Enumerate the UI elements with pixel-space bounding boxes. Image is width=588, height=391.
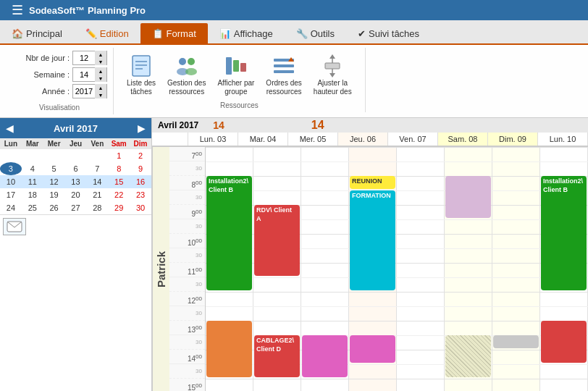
nbr-jour-input[interactable]: [73, 51, 95, 64]
cal-day-4-4[interactable]: 28: [86, 201, 108, 214]
event-5[interactable]: Installation2\ Client B: [541, 176, 587, 290]
semaine-up[interactable]: ▲: [95, 67, 106, 75]
cal-day-0-0[interactable]: [0, 149, 22, 162]
event-0[interactable]: Installation2\ Client B: [206, 176, 252, 290]
semaine-down[interactable]: ▼: [95, 75, 106, 82]
ajuster-hauteur-button[interactable]: Ajuster lahauteur des: [309, 51, 356, 98]
cal-day-3-6[interactable]: 23: [130, 188, 151, 201]
cal-day-1-3[interactable]: 6: [65, 162, 87, 175]
tab-principal[interactable]: 🏠 Principal: [0, 23, 74, 43]
ordres-ressources-button[interactable]: Ordres desressources: [261, 51, 306, 98]
outils-icon: 🔧: [296, 28, 308, 39]
event-10[interactable]: [445, 335, 491, 377]
event-6[interactable]: [206, 321, 252, 377]
svg-rect-9: [233, 60, 239, 72]
cal-day-3-4[interactable]: 21: [86, 188, 108, 201]
nbr-jour-down[interactable]: ▼: [95, 58, 106, 65]
cal-header: Lun Mar Mer Jeu Ven Sam Dim: [0, 138, 151, 149]
annee-spinner[interactable]: ▲ ▼: [72, 84, 107, 98]
cal-day-4-3[interactable]: 27: [65, 201, 87, 214]
day-0-label: Lun. 03: [200, 135, 227, 143]
svg-rect-12: [274, 64, 294, 67]
afficher-groupe-button[interactable]: Afficher pargroupe: [213, 51, 259, 98]
cal-day-1-4[interactable]: 7: [86, 162, 108, 175]
cal-day-0-4[interactable]: [86, 149, 108, 162]
time-slot-14-30: 30: [169, 364, 205, 379]
prev-month-button[interactable]: ◀: [3, 121, 17, 135]
event-7[interactable]: CABLAGE2\ Client D: [254, 335, 300, 377]
cal-day-4-2[interactable]: 26: [43, 201, 65, 214]
cal-day-4-5[interactable]: 29: [108, 201, 130, 214]
annee-input[interactable]: [73, 85, 95, 98]
cal-day-2-0[interactable]: 10: [0, 175, 22, 188]
cal-day-1-1[interactable]: 4: [22, 162, 43, 175]
cal-day-0-3[interactable]: [65, 149, 87, 162]
cal-day-0-2[interactable]: [43, 149, 65, 162]
event-1[interactable]: RDV\ Client A: [254, 205, 300, 276]
ordres-ressources-label: Ordres desressources: [266, 79, 301, 96]
event-11[interactable]: [493, 335, 539, 348]
cal-day-3-5[interactable]: 22: [108, 188, 130, 201]
semaine-input[interactable]: [73, 68, 95, 81]
svg-rect-10: [240, 63, 246, 72]
hamburger-button[interactable]: ☰: [6, 2, 29, 18]
event-12[interactable]: [541, 321, 587, 363]
annee-down[interactable]: ▼: [95, 91, 106, 98]
day-header-5: Sam. 08: [438, 133, 488, 146]
cal-day-4-6[interactable]: 30: [130, 201, 151, 214]
nbr-jour-up[interactable]: ▲: [95, 51, 106, 58]
nbr-jour-spinner[interactable]: ▲ ▼: [72, 51, 107, 65]
time-slot-11-00: 1100: [169, 263, 205, 277]
schedule-header: Avril 2017 14 14 Lun. 03 Mar. 04 Mer. 05…: [152, 118, 588, 147]
suivitaches-icon: ✔: [358, 28, 366, 39]
cal-day-0-5[interactable]: 1: [108, 149, 130, 162]
cal-day-2-3[interactable]: 13: [65, 175, 87, 188]
cal-day-3-1[interactable]: 18: [22, 188, 43, 201]
edition-icon: ✏️: [85, 28, 97, 39]
titlebar: ☰ SodeaSoft™ Planning Pro: [0, 0, 588, 20]
cal-header-sam: Sam: [108, 138, 130, 149]
cal-day-3-0[interactable]: 17: [0, 188, 22, 201]
cal-day-4-0[interactable]: 24: [0, 201, 22, 214]
event-4[interactable]: [445, 176, 491, 218]
tab-edition[interactable]: ✏️ Edition: [74, 23, 140, 43]
gestion-ressources-button[interactable]: Gestion desressources: [163, 51, 210, 98]
event-2[interactable]: REUNION: [350, 176, 395, 189]
cal-day-2-2[interactable]: 12: [43, 175, 65, 188]
svg-marker-19: [329, 73, 335, 77]
tab-affichage[interactable]: 📊 Affichage: [208, 23, 285, 43]
cal-day-1-2[interactable]: 5: [43, 162, 65, 175]
cal-day-2-5[interactable]: 15: [108, 175, 130, 188]
mini-calendar-nav: ◀ Avril 2017 ▶: [0, 118, 151, 138]
cal-day-3-2[interactable]: 19: [43, 188, 65, 201]
semaine-spinner[interactable]: ▲ ▼: [72, 67, 107, 82]
event-9[interactable]: [350, 335, 395, 363]
time-slot-8-30: 30: [169, 190, 205, 205]
cal-day-1-6[interactable]: 9: [130, 162, 151, 175]
tab-suivitaches[interactable]: ✔ Suivi tâches: [346, 23, 431, 43]
cal-header-mar: Mar: [22, 138, 43, 149]
liste-taches-button[interactable]: Liste destâches: [122, 51, 160, 98]
cal-day-1-0[interactable]: 3: [0, 162, 22, 175]
event-3[interactable]: FORMATION: [350, 190, 395, 290]
cal-day-0-6[interactable]: 2: [130, 149, 151, 162]
app-title: SodeaSoft™ Planning Pro: [29, 5, 146, 16]
tab-outils[interactable]: 🔧 Outils: [285, 23, 346, 43]
event-8[interactable]: [302, 335, 348, 377]
annee-up[interactable]: ▲: [95, 84, 106, 91]
svg-marker-18: [329, 54, 335, 59]
cal-day-1-5[interactable]: 8: [108, 162, 130, 175]
tab-format[interactable]: 📋 Format: [140, 23, 208, 43]
cal-day-3-3[interactable]: 20: [65, 188, 87, 201]
svg-rect-13: [274, 70, 294, 73]
visualisation-label: Visualisation: [12, 104, 107, 112]
next-month-button[interactable]: ▶: [135, 121, 148, 135]
time-slot-15-00: 1500: [169, 379, 205, 391]
cal-day-4-1[interactable]: 25: [22, 201, 43, 214]
cal-day-2-6[interactable]: 16: [130, 175, 151, 188]
cal-day-2-1[interactable]: 11: [22, 175, 43, 188]
cal-day-2-4[interactable]: 14: [86, 175, 108, 188]
day-header-4: Ven. 07: [388, 133, 438, 146]
email-icon[interactable]: [3, 218, 26, 235]
cal-day-0-1[interactable]: [22, 149, 43, 162]
